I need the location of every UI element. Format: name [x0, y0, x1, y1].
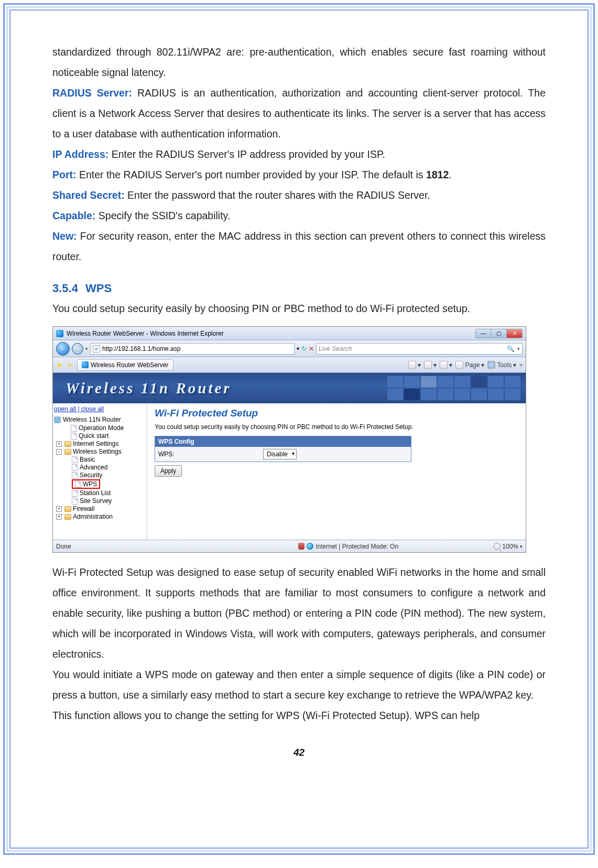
- banner-title: Wireless 11n Router: [53, 380, 232, 397]
- section-title: WPS: [85, 282, 112, 295]
- para-port: Port: Enter the RADIUS Server's port num…: [52, 165, 546, 185]
- browser-tab[interactable]: Wireless Router WebServer: [77, 359, 173, 371]
- titlebar: Wireless Router WebServer - Windows Inte…: [53, 327, 526, 340]
- para-after-1: Wi-Fi Protected Setup was designed to ea…: [52, 562, 546, 665]
- tab-favicon: [82, 361, 89, 368]
- page-icon: [71, 433, 77, 440]
- tree-station-list[interactable]: Station List: [80, 489, 111, 497]
- wps-label: WPS:: [158, 451, 263, 458]
- shield-icon: [298, 543, 305, 550]
- url-text: http://192.168.1.1/home.asp: [102, 345, 180, 352]
- search-placeholder: Live Search: [319, 345, 352, 352]
- tree-operation-mode[interactable]: Operation Mode: [79, 424, 124, 432]
- panel-title: Wi-Fi Protected Setup: [155, 408, 518, 419]
- favorites-icon[interactable]: ★: [56, 361, 64, 369]
- tree-internet-settings[interactable]: Internet Settings: [73, 440, 118, 447]
- label-new: New:: [52, 230, 77, 242]
- label-ip: IP Address:: [52, 148, 108, 160]
- label-port: Port:: [52, 169, 77, 180]
- label-secret: Shared Secret:: [52, 189, 125, 201]
- para-standardized: standardized through 802.11i/WPA2 are: p…: [52, 42, 546, 83]
- print-icon[interactable]: ▾: [440, 361, 452, 369]
- add-favorite-icon[interactable]: ✦: [67, 361, 75, 369]
- para-ip: IP Address: Enter the RADIUS Server's IP…: [52, 144, 546, 165]
- tree-basic[interactable]: Basic: [80, 456, 95, 463]
- expander-icon[interactable]: +: [56, 506, 62, 512]
- para-capable: Capable: Specify the SSID's capability.: [52, 206, 546, 226]
- page-icon: [75, 481, 81, 488]
- folder-icon: [64, 514, 71, 520]
- search-go-icon[interactable]: 🔍: [507, 345, 517, 352]
- search-field[interactable]: Live Search 🔍 ▾: [316, 343, 523, 355]
- forward-button[interactable]: →: [72, 343, 83, 355]
- expander-icon[interactable]: −: [56, 449, 62, 455]
- home-icon[interactable]: ▾: [408, 361, 421, 369]
- label-capable: Capable:: [52, 210, 95, 221]
- para-radius: RADIUS Server: RADIUS is an authenticati…: [52, 83, 546, 144]
- tree-controls: open all | close all: [54, 405, 146, 413]
- tree-security[interactable]: Security: [80, 471, 102, 479]
- tree-root[interactable]: Wireless 11N Router: [63, 416, 121, 423]
- page-icon: [72, 472, 78, 479]
- text-port-a: Enter the RADIUS Server's port number pr…: [77, 169, 426, 180]
- tree-advanced[interactable]: Advanced: [80, 464, 107, 471]
- label-radius: RADIUS Server:: [52, 87, 132, 99]
- text-capable: Specify the SSID's capability.: [95, 210, 230, 221]
- feeds-icon[interactable]: ▾: [424, 361, 437, 369]
- section-number: 3.5.4: [52, 282, 78, 295]
- close-all-link[interactable]: close all: [81, 405, 104, 413]
- minimize-button[interactable]: —: [475, 329, 491, 338]
- section-heading: 3.5.4WPS: [52, 282, 546, 295]
- maximize-button[interactable]: ▢: [491, 329, 507, 338]
- zoom-level: 100%: [502, 543, 518, 550]
- tab-bar: ★ ✦ Wireless Router WebServer ▾ ▾ ▾ Page…: [53, 357, 526, 373]
- expander-icon[interactable]: +: [56, 441, 62, 447]
- section-intro: You could setup security easily by choos…: [52, 298, 546, 319]
- page-icon: e: [93, 345, 100, 352]
- close-button[interactable]: ✕: [507, 329, 523, 338]
- text-secret: Enter the password that the router share…: [125, 189, 430, 201]
- window-title: Wireless Router WebServer - Windows Inte…: [67, 330, 224, 337]
- router-banner: Wireless 11n Router: [53, 373, 526, 403]
- main-content: Wi-Fi Protected Setup You could setup se…: [147, 403, 526, 540]
- text-new: For security reason, enter the MAC addre…: [52, 230, 546, 262]
- folder-icon: [64, 506, 71, 512]
- tree-administration[interactable]: Administration: [73, 513, 113, 520]
- tree-site-survey[interactable]: Site Survey: [80, 497, 112, 505]
- page-menu[interactable]: Page ▾: [455, 361, 484, 369]
- open-all-link[interactable]: open all: [54, 405, 76, 413]
- tab-title: Wireless Router WebServer: [91, 361, 169, 369]
- tree-firewall[interactable]: Firewall: [73, 505, 94, 512]
- ie-icon: [56, 330, 63, 337]
- refresh-icon[interactable]: ↻: [301, 345, 307, 352]
- tree-wps-selected[interactable]: WPS: [72, 479, 100, 489]
- back-button[interactable]: ←: [56, 342, 70, 356]
- wps-config-table: WPS Config WPS: Disable: [155, 436, 411, 462]
- tree-wireless-settings[interactable]: Wireless Settings: [73, 448, 122, 455]
- apply-button[interactable]: Apply: [155, 465, 182, 477]
- address-bar: ← → ▾ e http://192.168.1.1/home.asp ▾ ↻ …: [53, 340, 526, 357]
- url-field[interactable]: e http://192.168.1.1/home.asp: [90, 343, 295, 355]
- para-after-2: You would initiate a WPS mode on gateway…: [52, 665, 546, 705]
- status-left: Done: [56, 543, 203, 550]
- tree-quick-start[interactable]: Quick start: [79, 432, 108, 440]
- para-after-3: This function allows you to change the s…: [52, 705, 546, 726]
- wps-dropdown[interactable]: Disable: [263, 449, 297, 459]
- panel-desc: You could setup security easily by choos…: [155, 423, 518, 431]
- router-icon: [54, 416, 61, 423]
- text-port-b: 1812: [426, 169, 449, 180]
- page-icon: [72, 490, 78, 497]
- folder-icon: [64, 441, 71, 447]
- table-header: WPS Config: [155, 436, 411, 447]
- stop-icon[interactable]: ✕: [309, 345, 314, 352]
- tools-menu[interactable]: Tools ▾: [487, 361, 516, 369]
- page-icon: [72, 456, 78, 463]
- page-icon: [71, 425, 77, 432]
- ie-window: Wireless Router WebServer - Windows Inte…: [52, 326, 526, 553]
- globe-icon: [307, 543, 313, 550]
- expander-icon[interactable]: +: [56, 514, 62, 520]
- para-new: New: For security reason, enter the MAC …: [52, 226, 546, 267]
- nav-tree: open all | close all Wireless 11N Router…: [53, 403, 147, 540]
- status-text: Internet | Protected Mode: On: [316, 543, 398, 550]
- zoom-icon[interactable]: [494, 543, 501, 550]
